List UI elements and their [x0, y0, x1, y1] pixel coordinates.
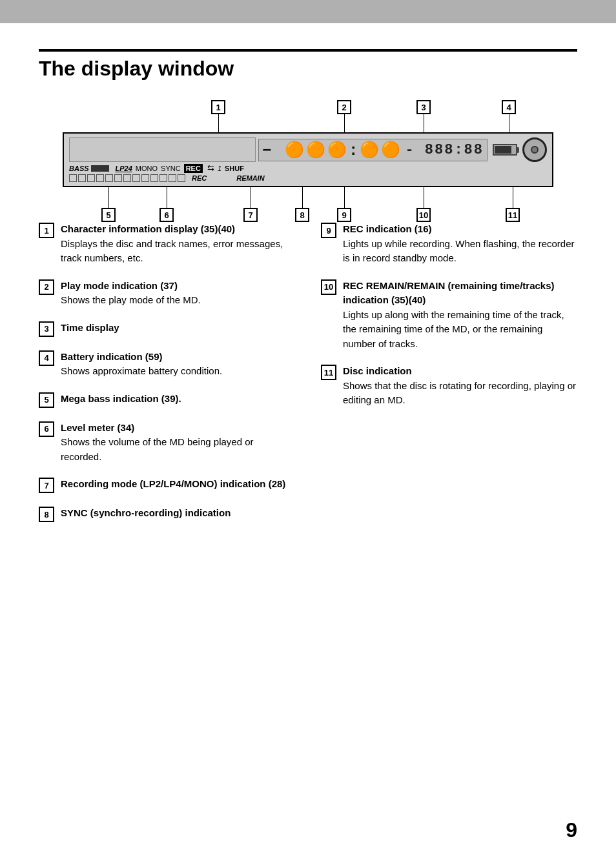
descriptions-section: 1 Character information display (35)(40)…	[39, 222, 577, 535]
level-bar-11	[159, 174, 167, 182]
time-display-text: − 🟠🟠🟠:🟠🟠	[262, 141, 402, 159]
callout-num-2: 2	[337, 100, 351, 114]
callout-line-6	[167, 187, 167, 208]
callout-line-11	[513, 187, 513, 208]
desc-title-5: Mega bass indication (39).	[61, 393, 181, 404]
char-display-area	[69, 137, 256, 162]
callout-5-bottom: 5	[101, 187, 116, 222]
bass-bar-icon	[91, 165, 109, 172]
callout-line-3	[424, 114, 424, 132]
desc-item-7: 7 Recording mode (LP2/LP4/MONO) indicati…	[39, 477, 295, 493]
rec-box: REC	[184, 164, 203, 173]
desc-text-7: Recording mode (LP2/LP4/MONO) indication…	[61, 477, 285, 492]
display-row3: REC REMAIN	[69, 174, 547, 182]
desc-item-1: 1 Character information display (35)(40)…	[39, 222, 295, 266]
title-divider	[39, 49, 577, 52]
callout-3-top: 3	[416, 100, 431, 132]
level-meter	[69, 174, 185, 182]
desc-num-11: 11	[321, 365, 336, 380]
callout-num-9: 9	[337, 208, 351, 222]
callout-num-10: 10	[416, 208, 431, 222]
callout-num-1: 1	[211, 100, 225, 114]
level-bar-6	[114, 174, 122, 182]
level-bar-12	[169, 174, 176, 182]
page-content: The display window 1 2 3 4	[0, 23, 616, 561]
lp24-label: LP24	[116, 165, 132, 172]
bottom-callouts-row: 5 6 7 8 9 10 1	[63, 187, 553, 222]
mono-label: MONO	[136, 165, 158, 172]
desc-item-3: 3 Time display	[39, 321, 295, 337]
callout-num-8: 8	[295, 208, 309, 222]
rec-label-2: REC	[192, 174, 207, 182]
remain-label: REMAIN	[236, 174, 264, 182]
desc-item-2: 2 Play mode indication (37) Shows the pl…	[39, 279, 295, 308]
shuf-label: SHUF	[225, 165, 244, 172]
callout-line-10	[424, 187, 424, 208]
desc-text-2: Play mode indication (37) Shows the play…	[61, 279, 201, 308]
device-display-panel: − 🟠🟠🟠:🟠🟠 - 888:88	[63, 132, 553, 187]
desc-num-7: 7	[39, 478, 54, 493]
callout-line-1	[218, 114, 219, 132]
callout-line-9	[344, 187, 345, 208]
display-diagram: 1 2 3 4	[63, 100, 553, 222]
desc-col-left: 1 Character information display (35)(40)…	[39, 222, 295, 535]
desc-title-3: Time display	[61, 322, 119, 333]
callout-line-2	[344, 114, 345, 132]
sync-label: SYNC	[161, 165, 181, 172]
top-callouts-row: 1 2 3 4	[63, 100, 553, 132]
desc-text-10: REC REMAIN/REMAIN (remaining time/tracks…	[343, 279, 577, 352]
desc-num-4: 4	[39, 350, 54, 366]
time-seg: - 888:88	[405, 142, 484, 158]
level-bar-4	[96, 174, 104, 182]
desc-title-7: Recording mode (LP2/LP4/MONO) indication…	[61, 478, 285, 489]
desc-text-3: Time display	[61, 321, 119, 336]
callout-line-7	[251, 187, 251, 208]
display-row1: − 🟠🟠🟠:🟠🟠 - 888:88	[69, 137, 547, 162]
callout-1-top: 1	[211, 100, 225, 132]
desc-item-4: 4 Battery indication (59) Shows approxim…	[39, 350, 295, 379]
level-bar-9	[141, 174, 149, 182]
desc-text-6: Level meter (34) Shows the volume of the…	[61, 421, 295, 465]
callout-6-bottom: 6	[159, 187, 174, 222]
battery-fill	[495, 146, 511, 154]
level-bar-7	[123, 174, 131, 182]
callout-line-5	[108, 187, 109, 208]
desc-num-6: 6	[39, 421, 54, 437]
desc-text-1: Character information display (35)(40) D…	[61, 222, 295, 266]
callout-num-6: 6	[159, 208, 174, 222]
rec-remain-row: REC REMAIN	[187, 174, 547, 182]
desc-col-right: 9 REC indication (16) Lights up while re…	[321, 222, 577, 535]
disc-icon	[522, 137, 547, 162]
callout-line-8	[302, 187, 303, 208]
level-bar-10	[150, 174, 158, 182]
page-number: 9	[566, 818, 577, 842]
level-bar-1	[69, 174, 77, 182]
one-label: 1	[218, 165, 221, 172]
desc-item-10: 10 REC REMAIN/REMAIN (remaining time/tra…	[321, 279, 577, 352]
top-bar	[0, 0, 616, 23]
battery-icon	[493, 144, 517, 156]
desc-text-4: Battery indication (59) Shows approximat…	[61, 350, 222, 379]
callout-4-top: 4	[502, 100, 516, 132]
page-title: The display window	[39, 57, 577, 81]
level-bar-13	[178, 174, 185, 182]
callout-9-bottom: 9	[337, 187, 351, 222]
desc-num-5: 5	[39, 392, 54, 408]
desc-text-9: REC indication (16) Lights up while reco…	[343, 222, 577, 266]
desc-num-3: 3	[39, 321, 54, 337]
disc-icon-center	[531, 146, 539, 154]
desc-text-11: Disc indication Shows that the disc is r…	[343, 364, 577, 408]
bass-label: BASS	[69, 165, 89, 172]
callout-11-bottom: 11	[506, 187, 520, 222]
callout-num-4: 4	[502, 100, 516, 114]
desc-item-9: 9 REC indication (16) Lights up while re…	[321, 222, 577, 266]
callout-num-3: 3	[416, 100, 431, 114]
desc-title-10: REC REMAIN/REMAIN (remaining time/tracks…	[343, 280, 555, 306]
battery-cap	[517, 147, 519, 153]
desc-num-9: 9	[321, 223, 336, 238]
desc-title-6: Level meter (34)	[61, 422, 134, 433]
desc-title-2: Play mode indication (37)	[61, 280, 178, 291]
desc-num-2: 2	[39, 279, 54, 295]
callout-7-bottom: 7	[243, 187, 258, 222]
battery-area	[493, 144, 517, 156]
